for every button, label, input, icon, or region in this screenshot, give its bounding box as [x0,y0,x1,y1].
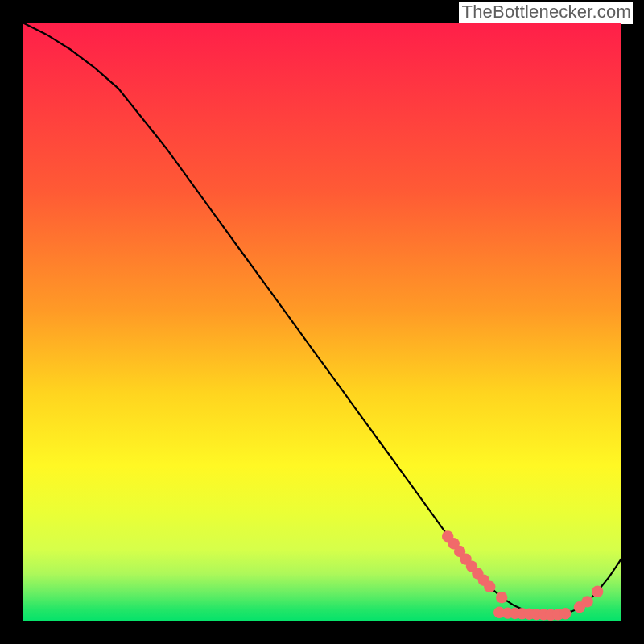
chart-area [23,23,621,621]
marker-dot [592,586,603,597]
gradient-background [23,23,621,621]
marker-dot [484,581,495,592]
viewport: TheBottlenecker.com [0,0,644,644]
marker-dot [496,592,507,603]
marker-dot [581,596,592,607]
marker-dot [559,608,571,619]
bottleneck-chart [23,23,621,621]
watermark-text: TheBottlenecker.com [459,2,633,24]
